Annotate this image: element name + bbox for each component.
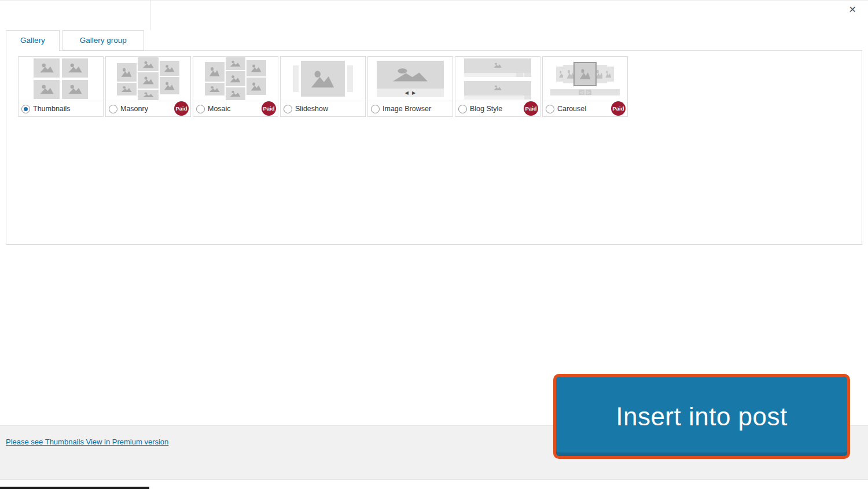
radio-image-browser[interactable] — [371, 105, 380, 113]
view-option-blog-style[interactable]: Blog Style Paid — [455, 56, 540, 117]
top-border-artifact — [0, 0, 868, 1]
paid-badge: Paid — [524, 101, 538, 116]
premium-version-link[interactable]: Please see Thumbnails View in Premium ve… — [6, 437, 168, 446]
next-arrow-icon: ▷ — [586, 90, 591, 95]
view-option-carousel[interactable]: ◁▷ Carousel Paid — [542, 56, 628, 117]
view-label: Slideshow — [295, 105, 328, 113]
radio-blog-style[interactable] — [458, 105, 467, 113]
blog-style-preview — [455, 57, 540, 101]
dialog-tabs: Gallery Gallery group — [6, 30, 144, 51]
prev-arrow-icon: ◁ — [579, 90, 584, 95]
view-label: Image Browser — [382, 105, 431, 113]
close-icon[interactable]: ✕ — [849, 5, 856, 14]
paid-badge: Paid — [174, 101, 189, 116]
masonry-preview — [106, 57, 190, 101]
insert-into-post-button[interactable]: Insert into post — [553, 374, 850, 459]
view-option-masonry[interactable]: Masonry Paid — [105, 56, 191, 117]
radio-slideshow[interactable] — [284, 105, 292, 113]
view-label: Masonry — [120, 105, 148, 113]
bottom-artifact-bar — [0, 487, 149, 489]
view-option-image-browser[interactable]: ◀▶ Image Browser — [367, 56, 453, 117]
tab-gallery[interactable]: Gallery — [6, 30, 60, 51]
view-option-slideshow[interactable]: Slideshow — [280, 56, 366, 117]
paid-badge: Paid — [262, 101, 276, 116]
view-label: Mosaic — [208, 105, 231, 113]
radio-masonry[interactable] — [109, 105, 117, 113]
view-label: Carousel — [557, 105, 586, 113]
carousel-preview: ◁▷ — [543, 57, 627, 101]
paid-badge: Paid — [611, 101, 626, 116]
view-label: Blog Style — [470, 105, 502, 113]
view-option-mosaic[interactable]: Mosaic Paid — [193, 56, 278, 117]
insert-into-post-label: Insert into post — [616, 402, 788, 431]
radio-mosaic[interactable] — [196, 105, 205, 113]
image-browser-preview: ◀▶ — [368, 57, 453, 101]
view-label: Thumbnails — [33, 105, 71, 113]
tab-gallery-group[interactable]: Gallery group — [62, 30, 144, 50]
mosaic-preview — [193, 57, 278, 101]
view-option-thumbnails[interactable]: Thumbnails — [18, 56, 104, 117]
top-left-frame-artifact — [150, 0, 150, 30]
slideshow-preview — [281, 57, 365, 101]
radio-carousel[interactable] — [546, 105, 554, 113]
radio-thumbnails[interactable] — [21, 105, 30, 113]
thumbnails-preview — [19, 57, 103, 101]
prev-arrow-icon: ◀ — [405, 90, 409, 95]
view-options-row: Thumbnails Maso — [18, 56, 628, 117]
next-arrow-icon: ▶ — [412, 90, 415, 95]
